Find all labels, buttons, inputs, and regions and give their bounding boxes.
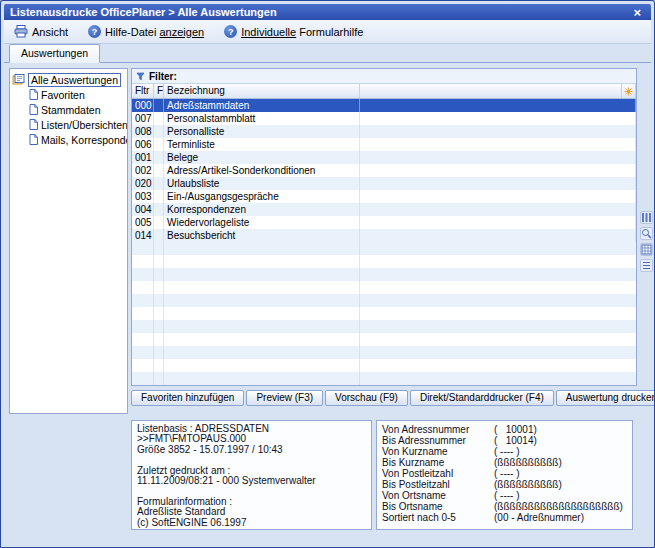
tree-item[interactable]: Favoriten bbox=[12, 87, 125, 102]
tree-root-label: Alle Auswertungen bbox=[28, 73, 121, 87]
cell-fltr: 001 bbox=[132, 151, 154, 164]
cell-bezeichnung: Besuchsbericht bbox=[164, 229, 360, 242]
column-header-empty bbox=[360, 84, 622, 98]
range-value: ( 10014) bbox=[494, 435, 537, 446]
document-icon bbox=[29, 89, 38, 100]
cell-rest bbox=[360, 125, 636, 138]
range-row: Bis Postleitzahl (ßßßßßßßßßß) bbox=[382, 479, 627, 490]
info-line: (c) SoftENGINE 06.1997 bbox=[137, 518, 366, 528]
action-button[interactable]: Direkt/Standarddrucker (F4) bbox=[410, 390, 554, 406]
action-button[interactable]: Auswertung drucken bbox=[556, 390, 655, 406]
hilfe-datei-button[interactable]: ? Hilfe-Datei anzeigen bbox=[82, 22, 210, 41]
tree-item[interactable]: Stammdaten bbox=[12, 102, 125, 117]
range-value: (00 - Adreßnummer) bbox=[494, 512, 584, 523]
info-line: Größe 3852 - 15.07.1997 / 10:43 bbox=[137, 445, 366, 455]
tree-item-label: Listen/Übersichten bbox=[41, 119, 128, 131]
tab-strip: Auswertungen bbox=[4, 45, 651, 63]
table-row[interactable]: 001 Belege bbox=[132, 151, 636, 164]
cell-f bbox=[154, 229, 164, 242]
tab-auswertungen[interactable]: Auswertungen bbox=[9, 44, 100, 63]
range-row: Von Ortsname ( ---- ) bbox=[382, 490, 627, 501]
cell-f bbox=[154, 164, 164, 177]
table-row[interactable]: 003 Ein-/Ausgangsgespräche bbox=[132, 190, 636, 203]
selection-range-panel: Von Adressnummer ( 10001) Bis Adressnumm… bbox=[376, 420, 633, 530]
filter-icon bbox=[136, 72, 145, 81]
side-tool-strip bbox=[640, 211, 654, 272]
tree-item[interactable]: Listen/Übersichten bbox=[12, 117, 125, 132]
column-divider bbox=[163, 242, 164, 385]
printer-icon bbox=[14, 25, 28, 38]
table-row[interactable]: 004 Korrespondenzen bbox=[132, 203, 636, 216]
table-row[interactable]: 002 Adress/Artikel-Sonderkonditionen bbox=[132, 164, 636, 177]
cell-fltr: 005 bbox=[132, 216, 154, 229]
formularhilfe-button[interactable]: ? Individuelle Formularhilfe bbox=[218, 22, 369, 41]
formularhilfe-label: Individuelle Formularhilfe bbox=[241, 26, 363, 38]
range-value: (ßßßßßßßßßß) bbox=[494, 479, 562, 490]
cell-f bbox=[154, 125, 164, 138]
table-row[interactable]: 005 Wiedervorlageliste bbox=[132, 216, 636, 229]
cell-fltr: 004 bbox=[132, 203, 154, 216]
range-label: Bis Ortsname bbox=[382, 501, 494, 512]
grid-view-icon[interactable] bbox=[640, 243, 653, 256]
cell-f bbox=[154, 151, 164, 164]
column-bars-icon[interactable] bbox=[640, 211, 653, 224]
ansicht-button[interactable]: Ansicht bbox=[8, 22, 74, 41]
table-row[interactable]: 008 Personalliste bbox=[132, 125, 636, 138]
range-value: (ßßßßßßßßßß) bbox=[494, 457, 562, 468]
table-row[interactable]: 006 Terminliste bbox=[132, 138, 636, 151]
action-button-row: Favoriten hinzufügen Preview (F3) Vorsch… bbox=[131, 390, 637, 406]
report-grid: Filter: Fltr F Bezeichnung 000 Adreßstam… bbox=[131, 68, 637, 386]
close-icon[interactable]: × bbox=[629, 6, 645, 19]
tree-item-label: Mails, Korrespondenzen bbox=[41, 134, 128, 146]
column-config-icon[interactable] bbox=[622, 84, 636, 98]
cell-rest bbox=[360, 112, 636, 125]
column-header-bezeichnung[interactable]: Bezeichnung bbox=[164, 84, 360, 98]
tree-item-label: Stammdaten bbox=[41, 104, 101, 116]
tree-item[interactable]: Mails, Korrespondenzen bbox=[12, 132, 125, 147]
tree-item-alle-auswertungen[interactable]: Alle Auswertungen bbox=[12, 72, 125, 87]
cell-bezeichnung: Korrespondenzen bbox=[164, 203, 360, 216]
list-view-icon[interactable] bbox=[640, 259, 653, 272]
cell-fltr: 006 bbox=[132, 138, 154, 151]
cell-fltr: 008 bbox=[132, 125, 154, 138]
cell-rest bbox=[360, 164, 636, 177]
range-label: Bis Kurzname bbox=[382, 457, 494, 468]
cell-fltr: 002 bbox=[132, 164, 154, 177]
table-row[interactable]: 020 Urlaubsliste bbox=[132, 177, 636, 190]
column-header-f[interactable]: F bbox=[154, 84, 164, 98]
toolbar: Ansicht ? Hilfe-Datei anzeigen ? Individ… bbox=[4, 20, 651, 44]
cell-f bbox=[154, 138, 164, 151]
range-label: Von Adressnummer bbox=[382, 424, 494, 435]
table-row[interactable]: 000 Adreßstammdaten bbox=[132, 99, 636, 112]
cell-rest bbox=[360, 216, 636, 229]
title-bar[interactable]: Listenausdrucke OfficePlaner > Alle Ausw… bbox=[4, 4, 651, 20]
cell-rest bbox=[360, 138, 636, 151]
cell-bezeichnung: Urlaubsliste bbox=[164, 177, 360, 190]
cell-bezeichnung: Personalstammblatt bbox=[164, 112, 360, 125]
table-row[interactable]: 007 Personalstammblatt bbox=[132, 112, 636, 125]
action-button[interactable]: Preview (F3) bbox=[246, 390, 323, 406]
action-button[interactable]: Favoriten hinzufügen bbox=[131, 390, 244, 406]
range-value: ( ---- ) bbox=[494, 490, 520, 501]
range-label: Von Postleitzahl bbox=[382, 468, 494, 479]
cell-f bbox=[154, 203, 164, 216]
ansicht-label: Ansicht bbox=[32, 26, 68, 38]
category-tree: Alle Auswertungen Favoriten Stammdaten bbox=[9, 68, 128, 414]
hilfe-datei-label: Hilfe-Datei anzeigen bbox=[105, 26, 204, 38]
cell-rest bbox=[360, 177, 636, 190]
cell-fltr: 007 bbox=[132, 112, 154, 125]
cell-bezeichnung: Personalliste bbox=[164, 125, 360, 138]
dialog-window: Listenausdrucke OfficePlaner > Alle Ausw… bbox=[0, 0, 655, 548]
grid-header: Fltr F Bezeichnung bbox=[132, 84, 636, 99]
info-line: 11.11.2009/08:21 - 000 Systemverwalter bbox=[137, 476, 366, 486]
cell-bezeichnung: Belege bbox=[164, 151, 360, 164]
document-icon bbox=[29, 119, 38, 130]
magnifier-icon[interactable] bbox=[640, 227, 653, 240]
range-row: Sortiert nach 0-5 (00 - Adreßnummer) bbox=[382, 512, 627, 523]
range-row: Bis Ortsname (ßßßßßßßßßßßßßßßßßßßß) bbox=[382, 501, 627, 512]
action-button[interactable]: Vorschau (F9) bbox=[325, 390, 408, 406]
table-row[interactable]: 014 Besuchsbericht bbox=[132, 229, 636, 242]
column-header-fltr[interactable]: Fltr bbox=[132, 84, 154, 98]
range-row: Bis Adressnummer ( 10014) bbox=[382, 435, 627, 446]
filter-row: Filter: bbox=[132, 69, 636, 84]
